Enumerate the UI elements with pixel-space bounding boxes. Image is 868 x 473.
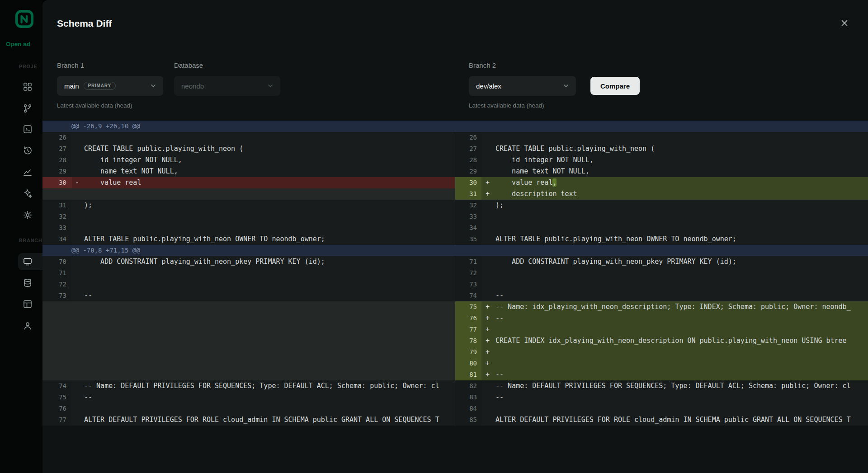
sql-editor-icon: [23, 124, 33, 134]
chevron-down-icon: [267, 82, 274, 89]
line-number: 75: [42, 392, 72, 403]
code-line: [72, 301, 455, 313]
diff-marker: [72, 200, 84, 211]
inline-diff-highlight: ,: [552, 178, 557, 187]
diff-marker: +: [481, 324, 495, 335]
line-number: 70: [42, 256, 72, 267]
diff-line-row: 27 CREATE TABLE public.playing_with_neon…: [42, 143, 868, 155]
line-number: 78: [455, 335, 481, 347]
hunk-header: @@ -70,8 +71,15 @@: [42, 245, 868, 256]
line-number: 27: [42, 143, 72, 155]
code-line: [481, 279, 868, 290]
sidebar-item-restore[interactable]: [23, 145, 33, 155]
diff-marker: [72, 403, 84, 414]
diff-line-row: 76+--: [42, 313, 868, 324]
line-number: 72: [42, 279, 72, 290]
diff-line-row: 75 --83 --: [42, 392, 868, 403]
database-select[interactable]: neondb: [174, 76, 280, 96]
diff-marker: [481, 414, 495, 426]
line-number: 77: [42, 414, 72, 426]
code-line: [481, 222, 868, 234]
code-line: -- Name: DEFAULT PRIVILEGES FOR SEQUENCE…: [72, 380, 455, 392]
sidebar-item-monitoring[interactable]: [23, 167, 33, 177]
diff-line-row: 28 id integer NOT NULL,28 id integer NOT…: [42, 155, 868, 166]
code-line: [72, 403, 455, 414]
restore-icon: [23, 145, 33, 155]
code-line: + value real,: [481, 177, 868, 188]
branch2-caption: Latest available data (head): [469, 102, 576, 109]
sidebar-item-databases[interactable]: [23, 278, 33, 288]
sidebar-item-sql-editor[interactable]: [23, 124, 33, 134]
diff-marker: [481, 392, 495, 403]
diff-marker: [481, 155, 495, 166]
diff-controls: Branch 1 main PRIMARY Latest available d…: [57, 61, 859, 109]
line-number: 26: [42, 132, 72, 143]
code-line: [481, 267, 868, 279]
line-number: [42, 335, 72, 347]
code-line: - value real: [72, 177, 455, 188]
code-line: [72, 211, 455, 222]
diff-marker: [481, 166, 495, 177]
sidebar-item-settings[interactable]: [23, 210, 33, 220]
diff-marker: +: [481, 188, 495, 200]
diff-marker: [481, 256, 495, 267]
diff-marker: [481, 290, 495, 301]
roles-icon: [23, 321, 33, 331]
line-number: 77: [455, 324, 481, 335]
tables-icon: [23, 299, 33, 309]
code-line: [481, 132, 868, 143]
line-number: 73: [455, 279, 481, 290]
diff-line-row: 72 73: [42, 279, 868, 290]
diff-marker: [481, 143, 495, 155]
diff-marker: -: [72, 177, 84, 188]
diff-marker: [72, 267, 84, 279]
branch1-caption: Latest available data (head): [57, 102, 163, 109]
diff-marker: [481, 234, 495, 245]
branch2-label: Branch 2: [469, 61, 576, 70]
diff-marker: [72, 256, 84, 267]
line-number: [42, 369, 72, 380]
code-line: CREATE TABLE public.playing_with_neon (: [481, 143, 868, 155]
line-number: [42, 358, 72, 369]
sidebar-item-dashboard[interactable]: [23, 82, 33, 92]
code-line: [72, 188, 455, 200]
line-number: 73: [42, 290, 72, 301]
close-icon: [840, 23, 849, 29]
sidebar-item-integrations[interactable]: [23, 188, 33, 198]
diff-marker: [72, 211, 84, 222]
code-line: +: [481, 324, 868, 335]
diff-line-row: 31+ description text: [42, 188, 868, 200]
line-number: 28: [42, 155, 72, 166]
sidebar-item-branches[interactable]: [23, 103, 33, 113]
branch2-select[interactable]: dev/alex: [469, 76, 576, 96]
diff-marker: [72, 166, 84, 177]
diff-marker: +: [481, 313, 495, 324]
line-number: [42, 324, 72, 335]
diff-line-row: 26 26: [42, 132, 868, 143]
code-line: name text NOT NULL,: [72, 166, 455, 177]
close-button[interactable]: [836, 15, 853, 32]
diff-marker: [481, 380, 495, 392]
diff-marker: [72, 222, 84, 234]
compare-button[interactable]: Compare: [590, 77, 640, 95]
diff-marker: [481, 211, 495, 222]
line-number: 80: [455, 358, 481, 369]
branch1-select[interactable]: main PRIMARY: [57, 76, 163, 96]
code-line: [72, 222, 455, 234]
code-line: ALTER TABLE public.playing_with_neon OWN…: [72, 234, 455, 245]
diff-view: @@ -26,9 +26,10 @@26 26 27 CREATE TABLE …: [42, 121, 868, 426]
diff-marker: +: [481, 301, 495, 313]
diff-line-row: 81+--: [42, 369, 868, 380]
line-number: 76: [42, 403, 72, 414]
diff-line-row: 77+: [42, 324, 868, 335]
line-number: 33: [455, 211, 481, 222]
sidebar-item-roles[interactable]: [23, 321, 33, 331]
sidebar-item-computes[interactable]: [23, 257, 33, 267]
code-line: +--: [481, 369, 868, 380]
diff-line-row: 71 72: [42, 267, 868, 279]
sidebar-item-tables[interactable]: [23, 299, 33, 309]
computes-icon: [23, 257, 33, 267]
line-number: [42, 313, 72, 324]
database-label: Database: [174, 61, 280, 70]
line-number: 29: [455, 166, 481, 177]
